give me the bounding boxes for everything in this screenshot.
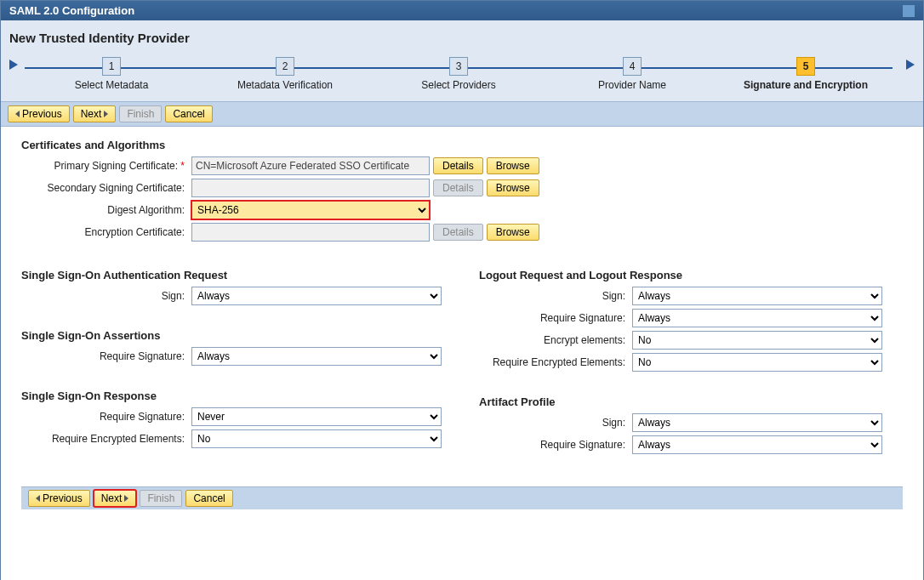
step-1-label: Select Metadata (75, 79, 149, 91)
next-button[interactable]: Next (73, 105, 117, 122)
config-window: SAML 2.0 Configuration New Trusted Ident… (0, 0, 924, 580)
logout-reqsig-select[interactable]: Always (632, 309, 882, 327)
previous-label-bottom: Previous (43, 492, 83, 504)
sso-resp-reqsig-label: Require Signature: (21, 411, 191, 423)
arrow-end-icon (906, 60, 915, 70)
step-3-label: Select Providers (421, 79, 495, 91)
secondary-details-button: Details (433, 179, 483, 196)
step-4[interactable]: 4 Provider Name (545, 57, 719, 91)
finish-button: Finish (119, 105, 162, 122)
primary-browse-button[interactable]: Browse (487, 157, 539, 174)
step-5-num: 5 (796, 57, 815, 76)
secondary-browse-button[interactable]: Browse (487, 179, 539, 196)
logout-title: Logout Request and Logout Response (479, 269, 903, 281)
sso-auth-section: Single Sign-On Authentication Request Si… (21, 269, 445, 305)
logout-enc-label: Encrypt elements: (479, 334, 632, 346)
step-2-num: 2 (276, 57, 294, 76)
step-5[interactable]: 5 Signature and Encryption (719, 57, 893, 91)
artifact-reqsig-label: Require Signature: (479, 439, 632, 451)
sso-resp-reqsig-select[interactable]: Never (191, 407, 442, 426)
content-area: Certificates and Algorithms Primary Sign… (1, 127, 923, 580)
button-bar-bottom: Previous Next Finish Cancel (21, 486, 903, 509)
finish-button-bottom: Finish (140, 490, 182, 507)
step-4-num: 4 (623, 57, 642, 76)
required-asterisk: * (180, 160, 185, 172)
sso-assert-reqsig-label: Require Signature: (21, 350, 191, 362)
step-3-num: 3 (449, 57, 468, 76)
next-button-bottom[interactable]: Next (94, 490, 137, 507)
logout-sign-select[interactable]: Always (632, 287, 882, 305)
artifact-sign-select[interactable]: Always (632, 413, 882, 432)
previous-button-bottom[interactable]: Previous (28, 490, 90, 507)
sso-resp-title: Single Sign-On Response (21, 390, 445, 402)
two-column-area: Single Sign-On Authentication Request Si… (21, 269, 903, 478)
encryption-browse-button[interactable]: Browse (487, 224, 539, 241)
artifact-reqsig-select[interactable]: Always (632, 435, 882, 454)
page-title: New Trusted Identity Provider (9, 26, 915, 50)
logout-enc-select[interactable]: No (632, 331, 882, 350)
previous-button[interactable]: Previous (8, 105, 70, 122)
titlebar: SAML 2.0 Configuration (1, 1, 923, 20)
cancel-button[interactable]: Cancel (165, 105, 212, 122)
finish-label-bottom: Finish (147, 492, 174, 504)
arrow-start-icon (9, 60, 18, 70)
previous-label: Previous (22, 108, 62, 120)
step-1-num: 1 (102, 57, 121, 76)
cert-section-title: Certificates and Algorithms (21, 139, 903, 151)
arrow-right-icon (124, 495, 128, 502)
arrow-right-icon (104, 111, 108, 117)
left-column: Single Sign-On Authentication Request Si… (21, 269, 445, 478)
artifact-sign-label: Sign: (479, 417, 632, 429)
encryption-cert-label: Encryption Certificate: (21, 226, 191, 238)
window-control-icon[interactable] (903, 5, 915, 17)
sso-resp-reqenc-label: Require Encrypted Elements: (21, 433, 191, 445)
sso-resp-section: Single Sign-On Response Require Signatur… (21, 390, 445, 448)
arrow-left-icon (36, 495, 40, 502)
primary-cert-field[interactable] (191, 156, 430, 175)
sso-auth-title: Single Sign-On Authentication Request (21, 269, 445, 281)
logout-reqenc-select[interactable]: No (632, 353, 882, 372)
digest-label: Digest Algorithm: (21, 204, 191, 216)
secondary-cert-label: Secondary Signing Certificate: (21, 182, 191, 194)
artifact-section: Artifact Profile Sign: Always Require Si… (479, 395, 903, 454)
button-bar-top: Previous Next Finish Cancel (1, 101, 923, 127)
step-1[interactable]: 1 Select Metadata (25, 57, 198, 91)
encryption-cert-row: Encryption Certificate: Details Browse (21, 223, 903, 242)
digest-select[interactable]: SHA-256 (191, 201, 430, 219)
sso-assert-reqsig-select[interactable]: Always (191, 347, 442, 366)
secondary-cert-field[interactable] (191, 179, 430, 197)
logout-section: Logout Request and Logout Response Sign:… (479, 269, 903, 372)
digest-row: Digest Algorithm: SHA-256 (21, 201, 903, 219)
finish-label: Finish (127, 108, 154, 120)
cancel-label-bottom: Cancel (193, 492, 225, 504)
logout-reqenc-label: Require Encrypted Elements: (479, 356, 632, 368)
encryption-cert-field[interactable] (191, 223, 430, 242)
logout-reqsig-label: Require Signature: (479, 312, 632, 324)
artifact-title: Artifact Profile (479, 395, 903, 408)
logout-sign-label: Sign: (479, 290, 632, 302)
header-area: New Trusted Identity Provider 1 Select M… (1, 20, 923, 101)
primary-cert-label: Primary Signing Certificate: * (21, 160, 191, 172)
window-title: SAML 2.0 Configuration (9, 4, 134, 17)
sso-assert-title: Single Sign-On Assertions (21, 329, 445, 342)
sso-resp-reqenc-select[interactable]: No (191, 429, 442, 448)
primary-cert-row: Primary Signing Certificate: * Details B… (21, 156, 903, 175)
step-3[interactable]: 3 Select Providers (372, 57, 545, 91)
step-2[interactable]: 2 Metadata Verification (198, 57, 372, 91)
encryption-details-button: Details (433, 224, 483, 241)
wizard-steps: 1 Select Metadata 2 Metadata Verificatio… (9, 50, 915, 101)
cancel-label: Cancel (173, 108, 204, 120)
sso-assert-section: Single Sign-On Assertions Require Signat… (21, 329, 445, 366)
right-column: Logout Request and Logout Response Sign:… (479, 269, 903, 478)
step-2-label: Metadata Verification (237, 79, 333, 91)
secondary-cert-row: Secondary Signing Certificate: Details B… (21, 179, 903, 197)
sso-auth-sign-select[interactable]: Always (191, 287, 442, 305)
primary-details-button[interactable]: Details (433, 157, 483, 174)
step-4-label: Provider Name (598, 79, 666, 91)
sso-auth-sign-label: Sign: (21, 290, 191, 302)
cancel-button-bottom[interactable]: Cancel (185, 490, 232, 507)
next-label-bottom: Next (101, 492, 123, 504)
step-5-label: Signature and Encryption (744, 79, 868, 91)
arrow-left-icon (15, 111, 20, 117)
next-label: Next (81, 108, 102, 120)
